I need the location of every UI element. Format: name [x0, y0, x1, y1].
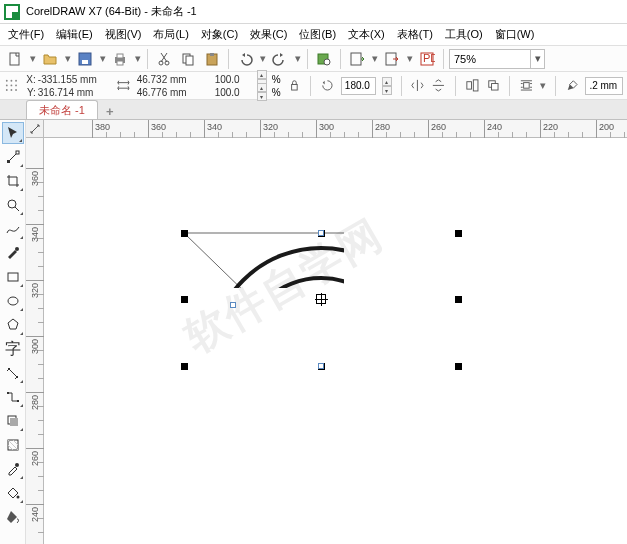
undo-dropdown[interactable]: ▾ [258, 48, 267, 70]
redo-dropdown[interactable]: ▾ [293, 48, 302, 70]
freehand-tool[interactable] [2, 218, 24, 240]
menu-layout[interactable]: 布局(L) [147, 24, 194, 45]
svg-point-35 [8, 200, 16, 208]
window-title: CorelDRAW X7 (64-Bit) - 未命名 -1 [26, 4, 197, 19]
rotation-icon [320, 75, 335, 97]
ruler-origin-icon[interactable] [26, 120, 44, 138]
connector-tool[interactable] [2, 386, 24, 408]
publish-pdf-button[interactable]: PDF [416, 48, 438, 70]
drop-shadow-tool[interactable] [2, 410, 24, 432]
add-tab-button[interactable]: + [102, 103, 118, 119]
shape-tool[interactable] [2, 146, 24, 168]
print-dropdown[interactable]: ▾ [133, 48, 142, 70]
scale-x-value[interactable]: 100.0 [215, 74, 255, 85]
rotation-value[interactable]: 180.0 [341, 77, 376, 95]
open-dropdown[interactable]: ▾ [63, 48, 72, 70]
node-point[interactable] [318, 363, 324, 369]
svg-rect-42 [10, 418, 18, 426]
fill-tool[interactable] [2, 482, 24, 504]
copy-button[interactable] [177, 48, 199, 70]
import-button[interactable] [346, 48, 368, 70]
separator [555, 76, 556, 96]
rectangle-tool[interactable] [2, 266, 24, 288]
redo-button[interactable] [269, 48, 291, 70]
sel-handle-mr[interactable] [455, 296, 462, 303]
import-dropdown[interactable]: ▾ [370, 48, 379, 70]
menu-tools[interactable]: 工具(O) [439, 24, 489, 45]
x-value[interactable]: -331.155 mm [38, 74, 110, 85]
sel-center-marker[interactable] [316, 294, 326, 304]
menu-bitmap[interactable]: 位图(B) [293, 24, 342, 45]
canvas[interactable]: 软件自学网 [44, 138, 627, 544]
y-value[interactable]: 316.714 mm [38, 87, 110, 98]
svg-point-44 [15, 463, 19, 467]
smart-fill-tool[interactable] [2, 506, 24, 528]
svg-text:PDF: PDF [423, 52, 435, 64]
zoom-tool[interactable] [2, 194, 24, 216]
separator [509, 76, 510, 96]
ruler-vertical[interactable]: 360340320300280260240 [26, 138, 44, 544]
eyedropper-tool[interactable] [2, 458, 24, 480]
transparency-tool[interactable] [2, 434, 24, 456]
new-button[interactable] [4, 48, 26, 70]
drawing-objects [44, 138, 344, 288]
text-tool[interactable]: 字 [2, 338, 24, 360]
menu-view[interactable]: 视图(V) [99, 24, 148, 45]
save-button[interactable] [74, 48, 96, 70]
paste-button[interactable] [201, 48, 223, 70]
menu-text[interactable]: 文本(X) [342, 24, 391, 45]
export-button[interactable] [381, 48, 403, 70]
zoom-dropdown[interactable]: ▾ [530, 50, 544, 68]
cut-button[interactable] [153, 48, 175, 70]
pick-tool[interactable] [2, 122, 24, 144]
scale-y-spinner[interactable]: ▴▾ [257, 83, 267, 101]
menu-edit[interactable]: 编辑(E) [50, 24, 99, 45]
svg-point-18 [6, 80, 8, 82]
scale-y-value[interactable]: 100.0 [215, 87, 255, 98]
order-icon[interactable] [486, 75, 501, 97]
open-button[interactable] [39, 48, 61, 70]
outline-pen-icon [565, 75, 580, 97]
menu-effect[interactable]: 效果(C) [244, 24, 293, 45]
mirror-v-icon[interactable] [431, 75, 446, 97]
rotation-spinner[interactable]: ▴▾ [382, 77, 392, 95]
svg-point-19 [10, 80, 12, 82]
separator [147, 49, 148, 69]
mirror-h-icon[interactable] [410, 75, 425, 97]
parallel-dim-tool[interactable] [2, 362, 24, 384]
sel-handle-ml[interactable] [181, 296, 188, 303]
export-dropdown[interactable]: ▾ [405, 48, 414, 70]
crop-tool[interactable] [2, 170, 24, 192]
node-point[interactable] [230, 302, 236, 308]
outline-width-value[interactable]: .2 mm [585, 77, 623, 95]
wrap-icon[interactable] [519, 75, 534, 97]
node-point[interactable] [318, 230, 324, 236]
ellipse-tool[interactable] [2, 290, 24, 312]
undo-button[interactable] [234, 48, 256, 70]
save-dropdown[interactable]: ▾ [98, 48, 107, 70]
artistic-media-tool[interactable] [2, 242, 24, 264]
print-button[interactable] [109, 48, 131, 70]
ruler-horizontal[interactable]: 380360340320300280260240220200 [44, 120, 627, 138]
menu-window[interactable]: 窗口(W) [489, 24, 541, 45]
sel-handle-tl[interactable] [181, 230, 188, 237]
document-tab[interactable]: 未命名 -1 [26, 100, 98, 119]
height-value[interactable]: 46.776 mm [137, 87, 209, 98]
menu-file[interactable]: 文件(F) [2, 24, 50, 45]
zoom-input[interactable] [450, 50, 530, 68]
menu-table[interactable]: 表格(T) [391, 24, 439, 45]
sel-handle-br[interactable] [455, 363, 462, 370]
wrap-dropdown[interactable]: ▾ [540, 75, 546, 97]
sel-handle-bl[interactable] [181, 363, 188, 370]
new-dropdown[interactable]: ▾ [28, 48, 37, 70]
search-button[interactable] [313, 48, 335, 70]
separator [340, 49, 341, 69]
zoom-combo[interactable]: ▾ [449, 49, 545, 69]
width-value[interactable]: 46.732 mm [137, 74, 209, 85]
lock-ratio-icon[interactable] [287, 75, 302, 97]
align-icon[interactable] [465, 75, 480, 97]
position-options-icon[interactable] [4, 75, 19, 97]
menu-object[interactable]: 对象(C) [195, 24, 244, 45]
sel-handle-tr[interactable] [455, 230, 462, 237]
polygon-tool[interactable] [2, 314, 24, 336]
